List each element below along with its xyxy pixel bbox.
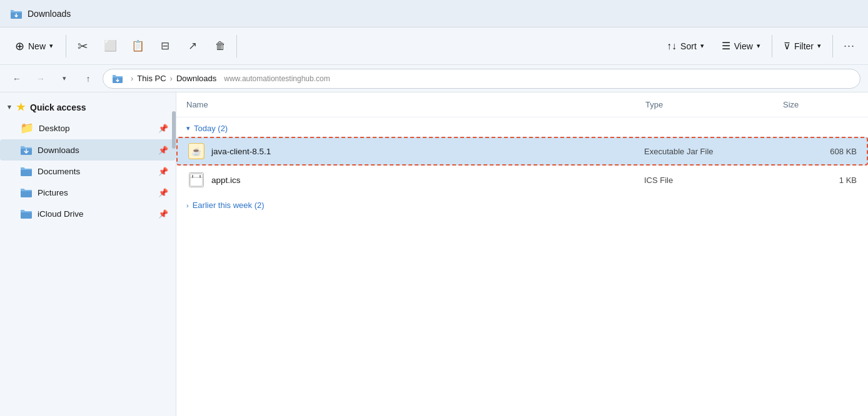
view-chevron-icon: ▾ <box>757 42 760 50</box>
delete-icon: 🗑 <box>215 40 226 52</box>
sidebar-documents-label: Documents <box>38 167 80 176</box>
sort-button[interactable]: ↑↓ Sort ▾ <box>658 32 713 60</box>
sidebar-scrollbar[interactable] <box>172 92 176 416</box>
col-header-name[interactable]: Name <box>186 97 645 112</box>
sort-icon: ↑↓ <box>667 41 677 52</box>
dropdown-button[interactable]: ▾ <box>55 69 74 88</box>
downloads-folder-icon <box>20 144 33 156</box>
filter-icon: ⊽ <box>784 41 790 52</box>
toolbar-separator-1 <box>66 35 66 57</box>
up-icon: ↑ <box>86 74 91 84</box>
ics-file-icon <box>188 171 205 189</box>
sort-chevron-icon: ▾ <box>700 42 704 50</box>
documents-folder-icon <box>20 165 33 177</box>
icloud-folder-icon <box>20 207 33 220</box>
col-header-size[interactable]: Size <box>783 100 858 109</box>
documents-pin-icon: 📌 <box>158 167 168 176</box>
sidebar-item-desktop[interactable]: 📁 Desktop 📌 <box>0 117 176 139</box>
pictures-folder-icon <box>20 186 33 199</box>
copy-icon: ⬜ <box>104 39 117 52</box>
ics-icon <box>189 172 204 187</box>
desktop-pin-icon: 📌 <box>158 124 168 133</box>
downloads-pin-icon: 📌 <box>158 146 168 155</box>
cut-button[interactable]: ✂ <box>69 32 96 60</box>
address-bar: ← → ▾ ↑ › This PC › Downloads www.automa… <box>0 65 868 92</box>
file-row-java[interactable]: ☕ java-client-8.5.1 Executable Jar File … <box>176 137 868 166</box>
new-label: New <box>28 41 46 51</box>
sidebar-icloud-label: iCloud Drive <box>38 209 84 219</box>
java-file-type: Executable Jar File <box>644 147 782 156</box>
svg-rect-10 <box>192 175 193 178</box>
view-label: View <box>734 41 753 51</box>
forward-icon: → <box>36 74 45 84</box>
sidebar: ▾ ★ Quick access 📁 Desktop 📌 Downloads 📌 <box>0 92 176 416</box>
svg-text:☕: ☕ <box>191 146 202 157</box>
view-button[interactable]: ☰ View ▾ <box>713 32 769 60</box>
sidebar-desktop-label: Desktop <box>39 124 70 133</box>
toolbar-right: ↑↓ Sort ▾ ☰ View ▾ ⊽ Filter ▾ ··· <box>658 32 863 60</box>
sidebar-downloads-label: Downloads <box>38 146 79 155</box>
new-plus-icon: ⊕ <box>15 39 24 53</box>
toolbar: ⊕ New ▾ ✂ ⬜ 📋 ⊟ ↗ 🗑 ↑↓ Sort ▾ ☰ View ▾ ⊽ <box>0 27 868 65</box>
path-downloads: Downloads <box>176 74 216 83</box>
quick-access-label: Quick access <box>30 102 86 112</box>
back-button[interactable]: ← <box>8 69 26 88</box>
quick-access-star-icon: ★ <box>16 101 25 113</box>
sidebar-item-downloads[interactable]: Downloads 📌 <box>0 139 176 161</box>
icloud-pin-icon: 📌 <box>158 209 168 219</box>
toolbar-separator-4 <box>832 35 833 57</box>
path-this-pc: This PC <box>137 74 166 83</box>
ics-file-type: ICS File <box>644 176 782 185</box>
path-separator-1: › <box>170 74 173 83</box>
toolbar-separator-3 <box>772 35 772 57</box>
paste-icon: 📋 <box>131 39 144 52</box>
more-icon: ··· <box>844 39 855 52</box>
toolbar-separator-2 <box>236 35 237 57</box>
svg-rect-11 <box>199 175 201 178</box>
sidebar-item-icloud[interactable]: iCloud Drive 📌 <box>0 203 176 224</box>
group-header-today[interactable]: ▾ Today (2) <box>176 117 868 137</box>
address-path-icon <box>112 73 123 84</box>
quick-access-header[interactable]: ▾ ★ Quick access <box>0 97 176 117</box>
group-header-earlier[interactable]: › Earlier this week (2) <box>176 194 868 214</box>
sidebar-item-pictures[interactable]: Pictures 📌 <box>0 182 176 203</box>
file-header: Name Type Size <box>176 92 868 117</box>
cut-icon: ✂ <box>78 39 88 54</box>
group-earlier-chevron-icon: › <box>186 202 189 209</box>
view-icon: ☰ <box>722 40 730 52</box>
quick-access-chevron-icon: ▾ <box>8 103 11 111</box>
new-button[interactable]: ⊕ New ▾ <box>5 30 63 62</box>
java-file-name: java-client-8.5.1 <box>211 147 644 156</box>
pictures-pin-icon: 📌 <box>158 188 168 197</box>
title-bar: Downloads <box>0 0 868 27</box>
group-today-label: Today (2) <box>194 124 228 133</box>
file-row-ics[interactable]: appt.ics ICS File 1 KB <box>176 166 868 194</box>
up-button[interactable]: ↑ <box>79 69 98 88</box>
ics-file-name: appt.ics <box>211 176 644 185</box>
delete-button[interactable]: 🗑 <box>206 32 234 60</box>
back-icon: ← <box>13 74 21 84</box>
share-icon: ↗ <box>188 39 197 52</box>
path-separator-0: › <box>131 74 133 83</box>
java-icon: ☕ <box>188 143 204 159</box>
address-path[interactable]: › This PC › Downloads www.automationtest… <box>103 69 860 89</box>
paste-button[interactable]: 📋 <box>124 32 151 60</box>
dropdown-icon: ▾ <box>63 74 66 82</box>
sidebar-scrollbar-thumb <box>172 111 176 149</box>
title-bar-title: Downloads <box>28 9 71 19</box>
java-file-icon: ☕ <box>188 142 205 160</box>
rename-button[interactable]: ⊟ <box>151 32 179 60</box>
share-button[interactable]: ↗ <box>179 32 206 60</box>
group-today-chevron-icon: ▾ <box>186 124 190 132</box>
forward-button[interactable]: → <box>31 69 50 88</box>
col-header-type[interactable]: Type <box>645 100 783 109</box>
file-area: Name Type Size ▾ Today (2) ☕ java-client… <box>176 92 868 416</box>
more-button[interactable]: ··· <box>835 32 863 60</box>
sidebar-item-documents[interactable]: Documents 📌 <box>0 161 176 182</box>
title-bar-icon <box>10 7 23 20</box>
path-subtitle: www.automationtestinghub.com <box>224 74 330 83</box>
filter-button[interactable]: ⊽ Filter ▾ <box>775 32 830 60</box>
ics-file-size: 1 KB <box>782 176 857 185</box>
copy-button[interactable]: ⬜ <box>96 32 124 60</box>
new-chevron-icon: ▾ <box>49 42 53 50</box>
